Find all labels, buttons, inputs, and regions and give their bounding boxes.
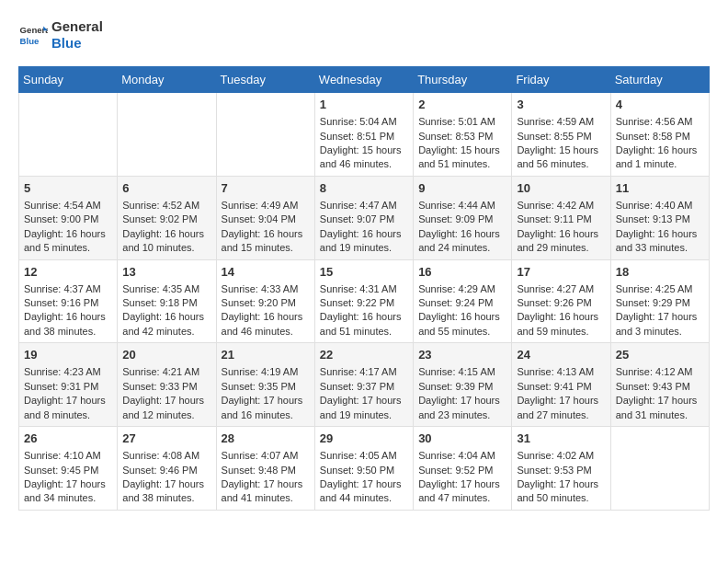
day-info-line: and 38 minutes.	[122, 491, 210, 505]
calendar-cell: 6Sunrise: 4:52 AMSunset: 9:02 PMDaylight…	[118, 176, 216, 259]
calendar-cell: 14Sunrise: 4:33 AMSunset: 9:20 PMDayligh…	[216, 259, 314, 343]
day-info-line: Sunrise: 4:47 AM	[320, 199, 408, 213]
day-info-line: Sunset: 8:51 PM	[320, 130, 408, 144]
day-info-line: and 55 minutes.	[418, 325, 506, 339]
day-info-line: and 33 minutes.	[616, 241, 704, 255]
day-info-line: Sunset: 9:29 PM	[616, 296, 704, 310]
day-info-line: Sunrise: 5:04 AM	[320, 115, 408, 129]
day-info-line: and 44 minutes.	[320, 491, 408, 505]
day-number: 21	[222, 347, 310, 363]
calendar-cell: 4Sunrise: 4:56 AMSunset: 8:58 PMDaylight…	[610, 93, 709, 177]
day-info-line: Daylight: 17 hours	[320, 477, 408, 491]
calendar-cell: 21Sunrise: 4:19 AMSunset: 9:35 PMDayligh…	[216, 343, 314, 427]
day-number: 3	[517, 97, 605, 113]
day-info-line: Sunset: 9:20 PM	[222, 296, 310, 310]
day-info-line: Daylight: 16 hours	[320, 310, 408, 324]
day-info-line: Sunrise: 4:49 AM	[222, 199, 310, 213]
day-number: 11	[616, 180, 704, 197]
day-info-line: Sunset: 9:24 PM	[418, 296, 506, 310]
calendar-cell: 17Sunrise: 4:27 AMSunset: 9:26 PMDayligh…	[512, 259, 610, 343]
day-number: 28	[222, 431, 310, 447]
day-info-line: Sunrise: 4:07 AM	[222, 449, 310, 463]
day-number: 17	[517, 264, 605, 281]
day-info-line: Sunrise: 4:23 AM	[24, 365, 112, 379]
day-info-line: Sunset: 9:53 PM	[517, 464, 605, 477]
day-number: 8	[320, 180, 408, 197]
logo-text-general: General	[51, 18, 103, 35]
day-info-line: Sunset: 9:39 PM	[418, 380, 506, 394]
day-info-line: Daylight: 17 hours	[616, 310, 704, 324]
day-info-line: Sunrise: 4:02 AM	[517, 449, 605, 463]
day-info-line: Daylight: 16 hours	[122, 227, 210, 241]
day-info-line: Sunset: 9:22 PM	[320, 296, 408, 310]
day-info-line: Sunrise: 4:21 AM	[122, 365, 210, 379]
day-info-line: Sunset: 9:52 PM	[418, 464, 506, 477]
logo-icon: General Blue	[18, 20, 48, 50]
weekday-header-thursday: Thursday	[414, 67, 512, 93]
day-info-line: and 23 minutes.	[418, 408, 506, 422]
day-number: 16	[418, 264, 506, 281]
day-info-line: Sunrise: 4:33 AM	[222, 282, 310, 296]
day-number: 5	[24, 180, 112, 197]
calendar-cell: 18Sunrise: 4:25 AMSunset: 9:29 PMDayligh…	[610, 259, 709, 343]
day-info-line: Daylight: 17 hours	[517, 394, 605, 408]
day-info-line: Sunrise: 4:52 AM	[122, 199, 210, 213]
day-number: 26	[24, 431, 112, 447]
day-info-line: Daylight: 16 hours	[616, 227, 704, 241]
day-info-line: Sunset: 9:13 PM	[616, 213, 704, 226]
day-number: 25	[616, 347, 704, 363]
day-info-line: Sunrise: 4:37 AM	[24, 282, 112, 296]
day-info-line: and 47 minutes.	[418, 491, 506, 505]
day-info-line: Sunrise: 4:54 AM	[24, 199, 112, 213]
day-number: 4	[616, 97, 704, 113]
day-info-line: Sunset: 9:31 PM	[24, 380, 112, 394]
weekday-header-friday: Friday	[512, 67, 610, 93]
calendar-cell: 20Sunrise: 4:21 AMSunset: 9:33 PMDayligh…	[118, 343, 216, 427]
day-info-line: Daylight: 16 hours	[418, 227, 506, 241]
day-info-line: and 1 minute.	[616, 157, 704, 171]
day-info-line: and 46 minutes.	[222, 325, 310, 339]
day-info-line: Sunrise: 4:17 AM	[320, 365, 408, 379]
day-info-line: Sunrise: 4:44 AM	[418, 199, 506, 213]
calendar-cell: 7Sunrise: 4:49 AMSunset: 9:04 PMDaylight…	[216, 176, 314, 259]
day-number: 9	[418, 180, 506, 197]
calendar-row-3: 19Sunrise: 4:23 AMSunset: 9:31 PMDayligh…	[19, 343, 710, 427]
day-info-line: and 46 minutes.	[320, 157, 408, 171]
day-number: 27	[122, 431, 210, 447]
day-info-line: Daylight: 17 hours	[320, 394, 408, 408]
day-info-line: Daylight: 17 hours	[122, 477, 210, 491]
calendar-cell	[610, 427, 709, 511]
day-number: 20	[122, 347, 210, 363]
page-header: General Blue General Blue	[18, 18, 710, 52]
day-info-line: and 51 minutes.	[320, 325, 408, 339]
calendar-cell: 23Sunrise: 4:15 AMSunset: 9:39 PMDayligh…	[414, 343, 512, 427]
day-info-line: Sunset: 9:48 PM	[222, 464, 310, 477]
day-number: 31	[517, 431, 605, 447]
day-info-line: Daylight: 16 hours	[517, 310, 605, 324]
day-info-line: Sunrise: 4:04 AM	[418, 449, 506, 463]
logo-text-blue: Blue	[51, 35, 103, 52]
day-info-line: Sunset: 9:35 PM	[222, 380, 310, 394]
day-info-line: Daylight: 17 hours	[222, 477, 310, 491]
day-info-line: Sunrise: 4:40 AM	[616, 199, 704, 213]
calendar-cell: 29Sunrise: 4:05 AMSunset: 9:50 PMDayligh…	[314, 427, 413, 511]
weekday-header-sunday: Sunday	[19, 67, 118, 93]
calendar-cell: 19Sunrise: 4:23 AMSunset: 9:31 PMDayligh…	[19, 343, 118, 427]
day-info-line: Daylight: 16 hours	[320, 227, 408, 241]
day-info-line: Sunset: 8:55 PM	[517, 130, 605, 144]
day-info-line: Daylight: 17 hours	[517, 477, 605, 491]
day-info-line: and 16 minutes.	[222, 408, 310, 422]
day-info-line: and 29 minutes.	[517, 241, 605, 255]
weekday-header-monday: Monday	[118, 67, 216, 93]
calendar-cell: 8Sunrise: 4:47 AMSunset: 9:07 PMDaylight…	[314, 176, 413, 259]
calendar-table: SundayMondayTuesdayWednesdayThursdayFrid…	[18, 66, 710, 511]
calendar-cell: 13Sunrise: 4:35 AMSunset: 9:18 PMDayligh…	[118, 259, 216, 343]
day-info-line: Daylight: 15 hours	[418, 144, 506, 157]
day-info-line: and 19 minutes.	[320, 408, 408, 422]
day-number: 7	[222, 180, 310, 197]
day-number: 22	[320, 347, 408, 363]
day-number: 15	[320, 264, 408, 281]
calendar-cell: 25Sunrise: 4:12 AMSunset: 9:43 PMDayligh…	[610, 343, 709, 427]
day-info-line: and 15 minutes.	[222, 241, 310, 255]
day-info-line: Sunset: 9:04 PM	[222, 213, 310, 226]
